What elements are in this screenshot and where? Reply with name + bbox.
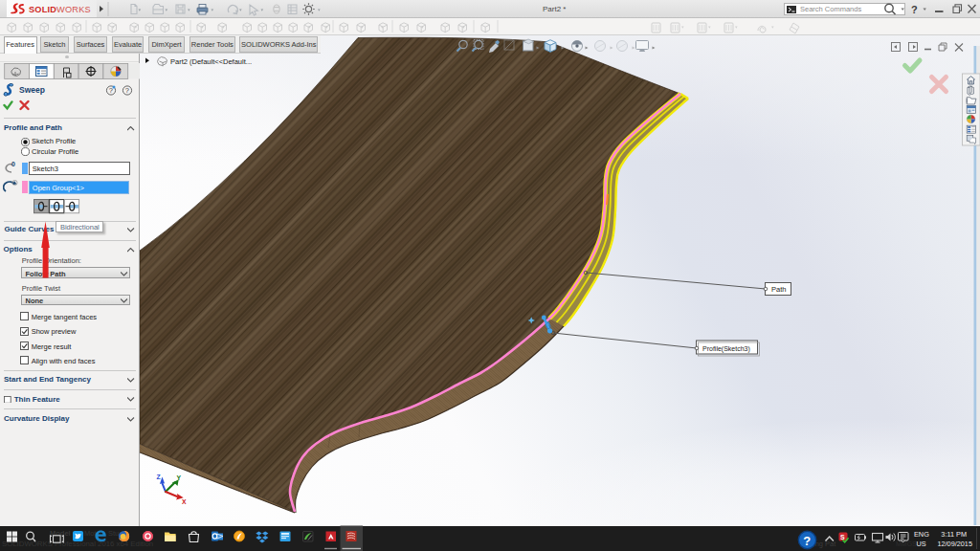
svg-text:12/09/2015: 12/09/2015 [937,540,972,548]
svg-text:US: US [917,540,926,548]
svg-text:Stu: Stu [108,529,119,538]
svg-text:S: S [840,534,845,540]
svg-text:?: ? [803,534,811,548]
svg-text:ENG: ENG [914,530,929,539]
svg-text:Mot: Mot [84,529,97,538]
svg-text:3:11 PM: 3:11 PM [941,530,967,539]
svg-text:MMGS: MMGS [896,540,917,547]
